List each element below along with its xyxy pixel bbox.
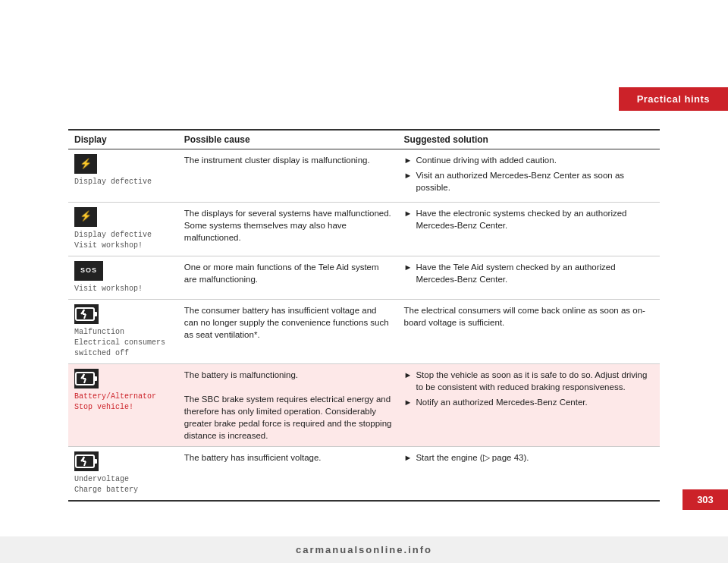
icon-cell: SOSVisit workshop! [74,261,172,294]
battery-icon [74,304,99,324]
display-text: Visit workshop! [74,284,143,294]
table-row: UndervoltageCharge batteryThe battery ha… [68,447,660,502]
solution-item: ►Notify an authorized Mercedes-Benz Cent… [404,396,654,408]
solution-item: ►Continue driving with added caution. [404,154,654,166]
main-content: Display Possible cause Suggested solutio… [68,129,660,502]
cause-cell: The consumer battery has insufficient vo… [178,299,398,363]
bullet-arrow: ► [404,397,413,408]
solution-text: Continue driving with added caution. [416,154,556,166]
solution-list: ►Have the electronic systems checked by … [404,207,654,231]
col-header-display: Display [68,130,178,149]
icon-cell: UndervoltageCharge battery [74,451,172,495]
warning-table: Display Possible cause Suggested solutio… [68,129,660,502]
solution-text: Visit an authorized Mercedes-Benz Center… [416,169,654,193]
col-header-cause: Possible cause [178,130,398,149]
solution-item: ►Start the engine (▷ page 43). [404,451,654,464]
bullet-arrow: ► [404,208,413,219]
table-row: SOSVisit workshop!One or more main funct… [68,256,660,299]
display-cell: Battery/AlternatorStop vehicle! [68,363,178,447]
cause-cell: The displays for several systems have ma… [178,202,398,256]
solution-list: ►Continue driving with added caution.►Vi… [404,154,654,194]
sos-icon: SOS [74,261,103,281]
solution-text: Have the electronic systems checked by a… [416,207,654,231]
bullet-arrow: ► [404,170,413,181]
solution-cell: ►Start the engine (▷ page 43). [398,447,660,502]
display-text: Display defectiveVisit workshop! [74,230,152,251]
solution-list: ►Stop the vehicle as soon as it is safe … [404,369,654,409]
icon-cell: ⚡Display defective [74,154,172,187]
icon-cell: MalfunctionElectrical consumersswitched … [74,304,172,359]
banner-label: Practical hints [637,93,710,105]
table-row: MalfunctionElectrical consumersswitched … [68,299,660,363]
solution-item: ►Visit an authorized Mercedes-Benz Cente… [404,169,654,193]
footer-bar: carmanualsonline.info [0,536,728,563]
solution-cell: ►Continue driving with added caution.►Vi… [398,149,660,203]
display-text: UndervoltageCharge battery [74,474,138,495]
display-cell: SOSVisit workshop! [68,256,178,299]
solution-text: Stop the vehicle as soon as it is safe t… [416,369,654,393]
footer-url: carmanualsonline.info [296,544,432,555]
solution-cell: ►Stop the vehicle as soon as it is safe … [398,363,660,447]
icon-cell: ⚡Display defectiveVisit workshop! [74,207,172,251]
solution-text: Start the engine (▷ page 43). [416,451,529,464]
bullet-arrow: ► [404,452,413,464]
table-row: ⚡Display defectiveVisit workshop!The dis… [68,202,660,256]
cause-cell: The battery has insufficient voltage. [178,447,398,502]
solution-item: ►Stop the vehicle as soon as it is safe … [404,369,654,393]
page-number: 303 [682,489,728,510]
cause-cell: The instrument cluster display is malfun… [178,149,398,203]
col-header-solution: Suggested solution [398,130,660,149]
cause-cell: The battery is malfunctioning.The SBC br… [178,363,398,447]
display-cell: ⚡Display defectiveVisit workshop! [68,202,178,256]
practical-hints-banner: Practical hints [619,87,728,111]
lightning-icon: ⚡ [74,154,97,174]
solution-item: ►Have the electronic systems checked by … [404,207,654,231]
solution-text: Have the Tele Aid system checked by an a… [416,261,654,285]
bullet-arrow: ► [404,262,413,273]
display-text: MalfunctionElectrical consumersswitched … [74,327,165,359]
table-row: ⚡Display defectiveThe instrument cluster… [68,149,660,203]
solution-cell: The electrical consumers will come back … [398,299,660,363]
cause-cell: One or more main functions of the Tele A… [178,256,398,299]
lightning-icon: ⚡ [74,207,97,227]
solution-cell: ►Have the Tele Aid system checked by an … [398,256,660,299]
battery-icon [74,451,99,471]
svg-rect-13 [94,459,97,464]
display-cell: UndervoltageCharge battery [68,447,178,502]
solution-text: Notify an authorized Mercedes-Benz Cente… [416,396,587,408]
bullet-arrow: ► [404,155,413,166]
display-text: Display defective [74,177,152,187]
display-text: Battery/AlternatorStop vehicle! [74,392,156,413]
icon-cell: Battery/AlternatorStop vehicle! [74,369,172,413]
table-row: Battery/AlternatorStop vehicle!The batte… [68,363,660,447]
display-cell: MalfunctionElectrical consumersswitched … [68,299,178,363]
solution-list: ►Have the Tele Aid system checked by an … [404,261,654,285]
battery-icon [74,369,99,388]
display-cell: ⚡Display defective [68,149,178,203]
svg-rect-7 [94,376,97,381]
solution-item: ►Have the Tele Aid system checked by an … [404,261,654,285]
bullet-arrow: ► [404,370,413,381]
solution-list: ►Start the engine (▷ page 43). [404,451,654,464]
svg-rect-1 [94,312,97,316]
solution-cell: ►Have the electronic systems checked by … [398,202,660,256]
